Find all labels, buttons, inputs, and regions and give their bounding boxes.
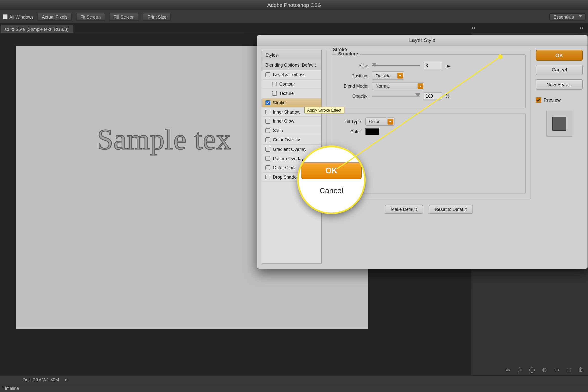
effect-pattern-overlay-checkbox[interactable] <box>265 156 270 161</box>
blendmode-select[interactable]: Normal <box>372 82 424 90</box>
all-windows-label: All Windows <box>9 14 34 19</box>
blending-options-header[interactable]: Blending Options: Default <box>262 60 321 70</box>
filltype-value: Color <box>369 119 380 124</box>
status-bar: Doc: 20.6M/1.50M <box>0 375 588 384</box>
layer-mask-icon[interactable]: ◯ <box>529 366 535 373</box>
color-label: Color: <box>337 129 362 134</box>
effect-satin-label: Satin <box>273 128 283 133</box>
delete-layer-icon[interactable]: 🗑 <box>577 366 584 373</box>
panel-collapse-left-icon[interactable]: ◂◂ <box>467 24 479 31</box>
filltype-label: Fill Type: <box>337 119 362 124</box>
timeline-bar[interactable]: Timeline <box>0 384 588 392</box>
blendmode-label: Blend Mode: <box>337 84 369 88</box>
effect-inner-shadow[interactable]: Inner Shadow Apply Stroke Effect <box>262 108 321 117</box>
new-layer-icon[interactable]: ◫ <box>565 366 572 373</box>
opacity-unit: % <box>445 94 449 99</box>
workspace-switcher[interactable]: Essentials <box>549 13 585 20</box>
doc-info: Doc: 20.6M/1.50M <box>23 377 59 382</box>
print-size-button[interactable]: Print Size <box>143 13 171 21</box>
canvas-sample-text: Sample tex <box>97 123 231 156</box>
panel-collapse-right-icon[interactable]: ▸▸ <box>576 24 588 31</box>
magnified-cancel-button: Cancel <box>301 184 362 197</box>
size-unit: px <box>445 63 450 68</box>
effect-color-overlay-label: Color Overlay <box>273 137 300 142</box>
preview-checkbox[interactable]: Preview <box>536 97 583 103</box>
effect-stroke-checkbox[interactable] <box>265 100 270 105</box>
position-label: Position: <box>337 73 369 78</box>
effect-pattern-overlay-label: Pattern Overlay <box>273 156 304 161</box>
app-titlebar: Adobe Photoshop CS6 <box>0 0 588 10</box>
cancel-button[interactable]: Cancel <box>536 65 583 75</box>
effect-contour[interactable]: Contour <box>262 80 321 89</box>
layer-style-dialog: Layer Style Styles Blending Options: Def… <box>257 35 588 269</box>
layers-panel-footer: ⫘ fx ◯ ◐ ▭ ◫ 🗑 <box>505 366 584 373</box>
position-value: Outside <box>375 73 391 78</box>
effect-drop-shadow-label: Drop Shadow <box>273 175 300 179</box>
effect-inner-glow-checkbox[interactable] <box>265 119 270 124</box>
filltype-select[interactable]: Color <box>365 118 394 126</box>
new-style-button[interactable]: New Style... <box>536 79 583 90</box>
effect-color-overlay-checkbox[interactable] <box>265 137 270 142</box>
effect-contour-checkbox[interactable] <box>272 82 277 86</box>
actual-pixels-button[interactable]: Actual Pixels <box>38 13 72 21</box>
all-windows-checkbox[interactable]: All Windows <box>3 14 34 19</box>
size-slider[interactable] <box>372 63 420 68</box>
stroke-tooltip: Apply Stroke Effect <box>304 107 344 113</box>
stroke-group-legend: Stroke <box>331 47 349 52</box>
opacity-slider[interactable] <box>372 93 420 99</box>
effect-bevel-emboss[interactable]: Bevel & Emboss <box>262 70 321 80</box>
effect-gradient-overlay-checkbox[interactable] <box>265 147 270 152</box>
size-input[interactable] <box>424 62 442 69</box>
effect-texture-checkbox[interactable] <box>272 91 277 96</box>
link-layers-icon[interactable]: ⫘ <box>505 366 511 373</box>
preview-thumbnail <box>546 111 572 136</box>
workspace-label: Essentials <box>554 14 574 19</box>
callout-magnifier: OK Cancel <box>297 145 366 214</box>
styles-header[interactable]: Styles <box>262 50 321 60</box>
reset-default-button[interactable]: Reset to Default <box>429 205 473 214</box>
document-tab[interactable]: sd @ 25% (Sample text, RGB/8) <box>0 25 74 33</box>
effect-color-overlay[interactable]: Color Overlay <box>262 135 321 145</box>
document-tab-label: sd @ 25% (Sample text, RGB/8) <box>5 27 69 32</box>
make-default-button[interactable]: Make Default <box>385 205 423 214</box>
adjustment-layer-icon[interactable]: ◐ <box>541 366 548 373</box>
effect-bevel-emboss-checkbox[interactable] <box>265 72 270 77</box>
opacity-label: Opacity: <box>337 94 369 99</box>
effect-inner-shadow-checkbox[interactable] <box>265 110 270 114</box>
dialog-action-column: OK Cancel New Style... Preview <box>536 50 583 264</box>
effect-gradient-overlay-label: Gradient Overlay <box>273 147 306 152</box>
layer-fx-icon[interactable]: fx <box>517 366 523 373</box>
app-title: Adobe Photoshop CS6 <box>267 2 321 8</box>
new-group-icon[interactable]: ▭ <box>553 366 560 373</box>
effect-outer-glow-checkbox[interactable] <box>265 165 270 170</box>
effect-outer-glow-label: Outer Glow <box>273 165 295 170</box>
size-label: Size: <box>337 63 369 68</box>
opacity-input[interactable] <box>424 92 442 100</box>
timeline-label: Timeline <box>3 386 19 390</box>
stroke-color-swatch[interactable] <box>365 128 379 135</box>
effect-drop-shadow-checkbox[interactable] <box>265 175 270 179</box>
fill-screen-button[interactable]: Fill Screen <box>109 13 139 21</box>
effect-satin[interactable]: Satin <box>262 126 321 135</box>
effect-inner-shadow-label: Inner Shadow <box>273 110 300 114</box>
options-bar: All Windows Actual Pixels Fit Screen Fil… <box>0 10 588 24</box>
effect-inner-glow-label: Inner Glow <box>273 119 294 124</box>
effect-inner-glow[interactable]: Inner Glow <box>262 117 321 126</box>
status-flyout-icon[interactable] <box>65 378 67 381</box>
effect-texture-label: Texture <box>279 91 294 96</box>
effect-texture[interactable]: Texture <box>262 89 321 98</box>
ok-button[interactable]: OK <box>536 50 583 61</box>
structure-group-legend: Structure <box>336 51 360 56</box>
effect-satin-checkbox[interactable] <box>265 128 270 133</box>
position-select[interactable]: Outside <box>372 71 404 80</box>
effect-bevel-emboss-label: Bevel & Emboss <box>273 72 305 77</box>
effect-contour-label: Contour <box>279 82 295 86</box>
fit-screen-button[interactable]: Fit Screen <box>76 13 105 21</box>
preview-label: Preview <box>544 97 561 103</box>
effect-stroke[interactable]: Stroke <box>262 98 321 108</box>
blendmode-value: Normal <box>375 84 390 88</box>
effect-stroke-label: Stroke <box>273 100 286 105</box>
document-tab-strip: sd @ 25% (Sample text, RGB/8) ◂◂ ▸▸ <box>0 24 588 33</box>
stroke-settings-panel: Stroke Structure Size: px Position: Outs… <box>327 50 531 264</box>
dialog-title: Layer Style <box>257 35 588 46</box>
